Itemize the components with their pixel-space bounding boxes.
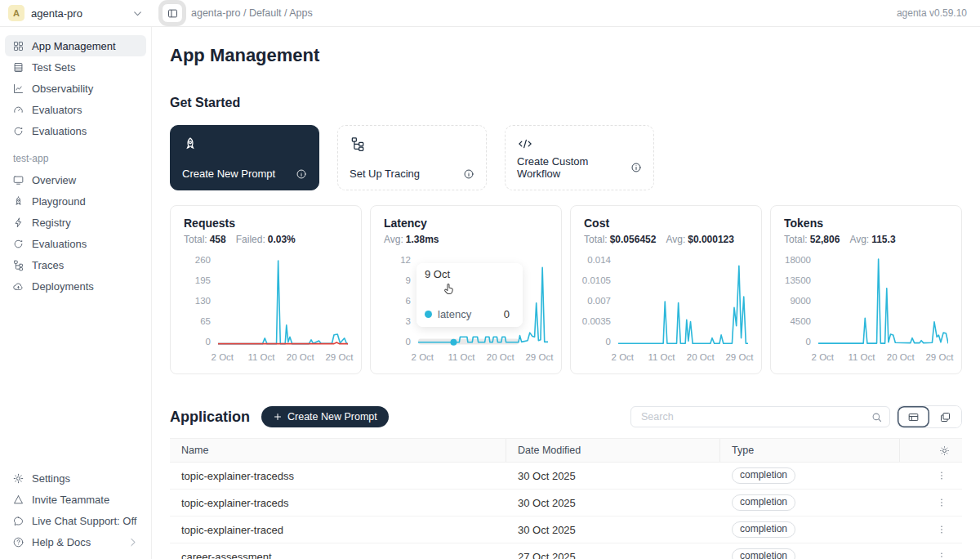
sidebar-item-label: Test Sets	[32, 61, 75, 74]
sidebar-item-playground[interactable]: Playground	[5, 190, 146, 212]
stat-value: $0.056452	[610, 234, 657, 245]
main-content: App Management Get Started Create New Pr…	[152, 27, 980, 559]
chat-icon	[12, 515, 24, 527]
cost-plot[interactable]	[618, 255, 748, 347]
stat-value: 458	[210, 234, 226, 245]
row-menu-button[interactable]	[933, 549, 951, 559]
info-icon	[296, 168, 307, 180]
card-view-icon	[939, 411, 951, 423]
card-view-button[interactable]	[929, 406, 961, 427]
y-axis: 129630	[384, 255, 418, 347]
requests-plot[interactable]	[218, 255, 348, 347]
table-row[interactable]: topic-explainer-tracedss30 Oct 2025compl…	[170, 463, 962, 490]
search-icon	[871, 411, 883, 423]
x-tick-label: 2 Oct	[812, 352, 834, 362]
cell-name: topic-explainer-tracedss	[170, 463, 506, 489]
x-axis: 2 Oct11 Oct20 Oct29 Oct	[218, 352, 348, 365]
sidebar-item-evaluations[interactable]: Evaluations	[5, 233, 146, 254]
sidebar-item-label: App Management	[32, 40, 116, 52]
workspace-selector[interactable]: A agenta-pro	[0, 0, 152, 27]
latency-chart-card: Latency Avg:1.38ms 129630 2 Oct11 Oct20 …	[370, 205, 562, 374]
stat-label: Avg:	[384, 234, 403, 245]
y-axis: 0.0140.01050.0070.00350	[584, 255, 618, 347]
column-header-type[interactable]: Type	[720, 439, 900, 462]
chart-title: Latency	[384, 217, 548, 230]
sidebar-item-evaluations[interactable]: Evaluations	[5, 120, 146, 141]
row-menu-button[interactable]	[933, 522, 951, 537]
card-label: Set Up Tracing	[350, 168, 420, 180]
tokens-plot[interactable]	[818, 255, 948, 347]
column-header-date-modified[interactable]: Date Modified	[506, 439, 720, 462]
x-axis: 2 Oct11 Oct20 Oct29 Oct	[618, 352, 748, 365]
cell-type: completion	[720, 463, 900, 489]
x-tick-label: 2 Oct	[212, 352, 234, 362]
table-row[interactable]: topic-explainer-traced30 Oct 2025complet…	[170, 517, 962, 543]
cloud-icon	[12, 280, 24, 293]
sidebar-item-deployments[interactable]: Deployments	[5, 275, 146, 297]
cell-date-modified: 30 Oct 2025	[506, 463, 720, 489]
table-row[interactable]: career-assessment27 Oct 2025completion	[170, 543, 962, 559]
y-tick-label: 9000	[790, 296, 811, 306]
applications-table: Name Date Modified Type topic-explainer-…	[170, 438, 962, 559]
tokens-chart-card: Tokens Total:52,806 Avg:115.3 1800013500…	[770, 205, 962, 374]
sidebar-item-test-sets[interactable]: Test Sets	[5, 56, 146, 78]
table-row[interactable]: topic-explainer-traceds30 Oct 2025comple…	[170, 490, 962, 517]
row-menu-button[interactable]	[933, 495, 951, 510]
sidebar-toggle-button[interactable]	[162, 3, 183, 23]
y-axis: 1800013500900045000	[784, 255, 818, 347]
sidebar-item-observability[interactable]: Observability	[5, 78, 146, 99]
table-view-icon	[907, 411, 920, 423]
tooltip-series-value: 0	[504, 308, 514, 320]
stat-label: Failed:	[236, 234, 265, 245]
chart-body: 260195130650 2 Oct11 Oct20 Oct29 Oct	[184, 255, 348, 365]
gauge-icon	[12, 104, 24, 116]
tracing-icon	[350, 136, 366, 152]
get-started-heading: Get Started	[170, 96, 962, 110]
create-new-prompt-button[interactable]: Create New Prompt	[261, 406, 389, 427]
column-settings[interactable]	[900, 439, 962, 462]
search-input[interactable]	[639, 410, 871, 423]
y-tick-label: 18000	[785, 255, 811, 265]
help-icon	[12, 536, 24, 548]
requests-chart-card: Requests Total:458 Failed:0.03% 26019513…	[170, 205, 362, 374]
y-tick-label: 6	[406, 296, 411, 306]
y-tick-label: 130	[195, 296, 211, 306]
sidebar-item-label: Observability	[32, 83, 93, 95]
chart-icon	[12, 83, 24, 95]
sidebar-item-app-management[interactable]: App Management	[5, 35, 146, 56]
bolt-icon	[12, 217, 24, 229]
sidebar-item-live-chat-support-off[interactable]: Live Chat Support: Off	[5, 510, 146, 531]
row-menu-button[interactable]	[933, 468, 951, 483]
sidebar-item-traces[interactable]: Traces	[5, 254, 146, 275]
table-view-button[interactable]	[898, 406, 929, 427]
sidebar-item-settings[interactable]: Settings	[5, 467, 146, 489]
x-tick-label: 11 Oct	[448, 352, 474, 362]
y-tick-label: 260	[195, 255, 211, 265]
sidebar-item-evaluators[interactable]: Evaluators	[5, 99, 146, 120]
chart-title: Cost	[584, 217, 748, 230]
y-axis: 260195130650	[184, 255, 218, 347]
cell-type: completion	[720, 543, 900, 559]
chart-stats: Total:$0.056452 Avg:$0.000123	[584, 234, 748, 245]
get-started-card-create-custom-workflow[interactable]: Create Custom Workflow	[505, 125, 654, 190]
y-tick-label: 9	[406, 275, 411, 285]
get-started-card-create-new-prompt[interactable]: Create New Prompt	[170, 125, 319, 190]
get-started-card-set-up-tracing[interactable]: Set Up Tracing	[337, 125, 487, 190]
column-header-name[interactable]: Name	[170, 439, 506, 462]
sidebar-item-overview[interactable]: Overview	[5, 169, 146, 190]
code-icon	[517, 136, 533, 152]
stat-label: Avg:	[666, 234, 685, 245]
breadcrumb[interactable]: agenta-pro / Default / Apps	[191, 7, 313, 19]
view-toggle	[897, 405, 962, 428]
sidebar-item-invite-teammate[interactable]: Invite Teammate	[5, 489, 146, 510]
type-badge: completion	[732, 521, 795, 538]
y-tick-label: 0	[406, 337, 411, 347]
gear-icon	[12, 472, 24, 485]
x-tick-label: 11 Oct	[848, 352, 875, 362]
sidebar-item-help-docs[interactable]: Help & Docs	[5, 531, 146, 552]
sidebar-item-registry[interactable]: Registry	[5, 212, 146, 233]
sidebar-item-label: Invite Teammate	[32, 494, 109, 506]
y-tick-label: 0	[206, 337, 211, 347]
chart-body: 0.0140.01050.0070.00350 2 Oct11 Oct20 Oc…	[584, 255, 748, 365]
create-new-prompt-label: Create New Prompt	[287, 411, 377, 423]
